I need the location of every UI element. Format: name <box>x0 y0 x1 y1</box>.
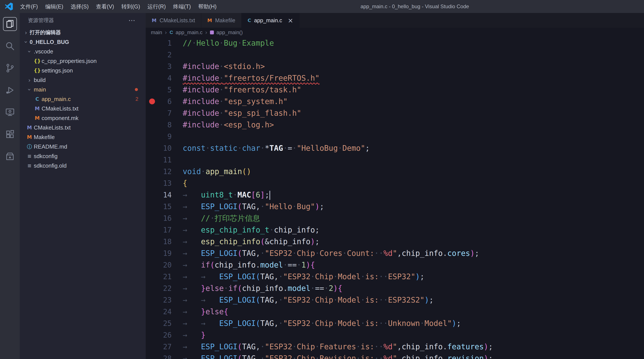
gutter[interactable]: 11 <box>146 154 172 166</box>
tree-item-vscode[interactable]: ›.vscode <box>20 47 146 56</box>
code-text: →ESP_LOGI(TAG,·"ESP32·Chip·Features·is:·… <box>183 341 493 353</box>
gutter[interactable]: 21 <box>146 271 172 283</box>
menubar-item[interactable]: 运行(R) <box>144 0 170 13</box>
gutter[interactable]: 23 <box>146 294 172 306</box>
menubar-item[interactable]: 编辑(E) <box>42 0 67 13</box>
code-line: 27→ESP_LOGI(TAG,·"ESP32·Chip·Features·is… <box>146 341 644 353</box>
space-whitespace-icon: · <box>278 272 283 281</box>
code-line: 25→→ESP_LOGI(TAG,·"ESP32·Chip·Model·is:·… <box>146 318 644 329</box>
project-root-section[interactable]: › 0_HELLO_BUG <box>20 37 146 47</box>
open-editors-section[interactable]: › 打开的编辑器 <box>20 28 146 37</box>
menubar-item[interactable]: 帮助(H) <box>194 0 220 13</box>
space-whitespace-icon: · <box>292 354 297 359</box>
code-text: void·app_main() <box>183 166 251 177</box>
tree-item-cmakelists-txt[interactable]: MCMakeLists.txt <box>20 123 146 132</box>
gutter[interactable]: 14 <box>146 189 172 201</box>
menubar-item[interactable]: 查看(V) <box>92 0 118 13</box>
line-number: 19 <box>163 249 172 258</box>
more-actions-icon[interactable]: ⋯ <box>128 16 135 24</box>
menubar-item[interactable]: 终端(T) <box>170 0 194 13</box>
gutter[interactable]: 13 <box>146 177 172 189</box>
activity-item-source-control[interactable] <box>0 57 20 79</box>
gutter[interactable]: 15 <box>146 201 172 212</box>
breadcrumb-item[interactable]: app_main.c <box>176 29 202 35</box>
tab-whitespace-icon: → <box>183 306 201 318</box>
activity-item-extensions[interactable] <box>0 123 20 145</box>
space-whitespace-icon: · <box>324 284 328 293</box>
code-line: 6#include·"esp_system.h" <box>146 96 644 107</box>
gutter[interactable]: 27 <box>146 341 172 353</box>
breakpoint-icon[interactable] <box>149 99 155 104</box>
line-number: 12 <box>163 167 172 176</box>
tree-item-component-mk[interactable]: Mcomponent.mk <box>20 113 146 123</box>
code-editor[interactable]: 1//·Hello·Bug·Example23#include·<stdio.h… <box>146 37 644 359</box>
gutter[interactable]: 17 <box>146 224 172 236</box>
activity-item-package-box[interactable] <box>0 145 20 167</box>
gutter[interactable]: 5 <box>146 84 172 96</box>
tree-item-sdkconfig-old[interactable]: ≡sdkconfig.old <box>20 161 146 170</box>
tree-item-settings-json[interactable]: {}settings.json <box>20 66 146 75</box>
space-whitespace-icon: · <box>233 191 238 199</box>
space-whitespace-icon: · <box>201 167 206 176</box>
menubar-item[interactable]: 转到(G) <box>118 0 144 13</box>
tab-label: Makefile <box>215 17 235 23</box>
gutter[interactable]: 12 <box>146 166 172 177</box>
gutter[interactable]: 4 <box>146 72 172 84</box>
source-control-icon <box>5 63 15 73</box>
space-whitespace-icon: · <box>206 144 210 152</box>
gutter[interactable]: 6 <box>146 96 172 107</box>
activity-item-explorer[interactable] <box>0 13 20 35</box>
cmake-file-icon: M <box>26 125 33 130</box>
tree-item-build[interactable]: ›build <box>20 75 146 85</box>
space-whitespace-icon: · <box>238 39 242 47</box>
gutter[interactable]: 16 <box>146 212 172 224</box>
tree-item-main[interactable]: ›main <box>20 85 146 94</box>
gutter[interactable]: 19 <box>146 247 172 259</box>
gutter[interactable]: 22 <box>146 283 172 294</box>
gutter[interactable]: 18 <box>146 236 172 247</box>
space-whitespace-icon: · <box>310 296 315 304</box>
gutter[interactable]: 20 <box>146 259 172 271</box>
gutter[interactable]: 10 <box>146 142 172 154</box>
tab-cmakelists-txt[interactable]: MCMakeLists.txt <box>146 13 201 28</box>
tree-item-c-cpp-properties-json[interactable]: {}c_cpp_properties.json <box>20 56 146 66</box>
tab-whitespace-icon: → <box>201 294 219 306</box>
file-tree: ›.vscode{}c_cpp_properties.json{}setting… <box>20 47 146 170</box>
tree-item-cmakelists-txt[interactable]: MCMakeLists.txt <box>20 104 146 113</box>
tab-app-main-c[interactable]: Capp_main.c× <box>242 13 300 28</box>
gutter[interactable]: 9 <box>146 131 172 142</box>
gutter[interactable]: 3 <box>146 60 172 72</box>
breadcrumb-item[interactable]: main <box>151 29 162 35</box>
line-number: 26 <box>163 331 172 339</box>
tree-item-readme-md[interactable]: ⓘREADME.md <box>20 142 146 151</box>
tab-whitespace-icon: → <box>183 353 201 359</box>
tree-item-app-main-c[interactable]: Capp_main.c2 <box>20 94 146 104</box>
extensions-icon <box>5 129 15 139</box>
code-text: →→ESP_LOGI(TAG,·"ESP32·Chip·Model·is:··E… <box>183 294 434 306</box>
gutter[interactable]: 26 <box>146 329 172 341</box>
activity-item-remote-explorer[interactable] <box>0 101 20 123</box>
close-icon[interactable]: × <box>288 17 293 24</box>
gutter[interactable]: 2 <box>146 49 172 60</box>
space-whitespace-icon: · <box>297 261 301 269</box>
tab-makefile[interactable]: MMakefile <box>201 13 242 28</box>
menubar-item[interactable]: 选择(S) <box>67 0 92 13</box>
menubar-item[interactable]: 文件(F) <box>16 0 42 13</box>
problems-count-badge: 2 <box>136 96 138 102</box>
activity-item-search[interactable] <box>0 35 20 57</box>
gutter[interactable]: 28 <box>146 353 172 359</box>
line-number: 24 <box>163 308 172 316</box>
space-whitespace-icon: · <box>379 342 383 351</box>
tree-item-makefile[interactable]: MMakefile <box>20 132 146 142</box>
gutter[interactable]: 8 <box>146 119 172 131</box>
space-whitespace-icon: · <box>310 319 315 328</box>
space-whitespace-icon: · <box>379 319 383 328</box>
gutter[interactable]: 7 <box>146 107 172 119</box>
gutter[interactable]: 1 <box>146 37 172 49</box>
breadcrumb-item[interactable]: app_main() <box>216 29 243 35</box>
c-file-icon: C <box>248 18 251 23</box>
activity-item-run-debug[interactable] <box>0 79 20 101</box>
gutter[interactable]: 25 <box>146 318 172 329</box>
gutter[interactable]: 24 <box>146 306 172 318</box>
tree-item-sdkconfig[interactable]: ≡sdkconfig <box>20 151 146 161</box>
